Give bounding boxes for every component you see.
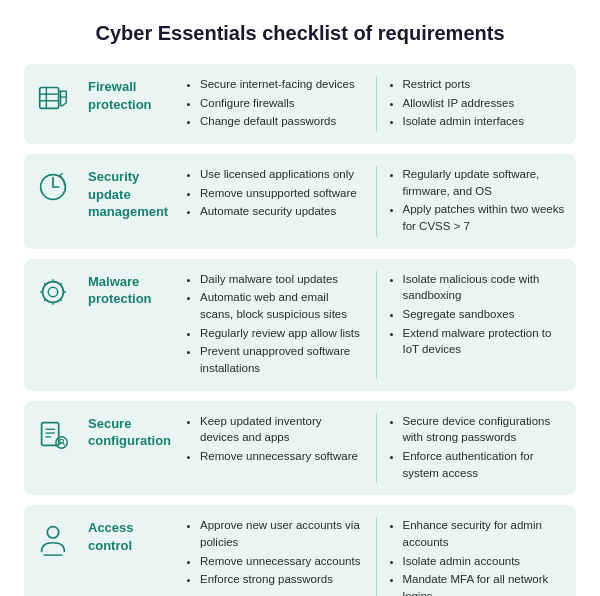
- row-secure-config: Secure configurationKeep updated invento…: [24, 401, 576, 496]
- security-update-icon: [34, 166, 80, 237]
- bullet-item: Automate security updates: [200, 203, 364, 220]
- bullet-item: Isolate admin accounts: [403, 553, 567, 570]
- row-firewall: Firewall protectionSecure internet-facin…: [24, 64, 576, 144]
- bullet-item: Daily malware tool updates: [200, 271, 364, 288]
- access-control-label: Access control: [88, 517, 178, 596]
- firewall-left-bullets: Secure internet-facing devicesConfigure …: [186, 76, 364, 132]
- malware-left-bullets: Daily malware tool updatesAutomatic web …: [186, 271, 364, 379]
- column-divider: [376, 271, 377, 379]
- firewall-right-bullets: Restrict portsAllowlist IP addressesIsol…: [389, 76, 567, 132]
- bullet-item: Enforce strong passwords: [200, 571, 364, 588]
- row-access-control: Access controlApprove new user accounts …: [24, 505, 576, 596]
- column-divider: [376, 413, 377, 484]
- secure-config-left-bullets: Keep updated inventory devices and appsR…: [186, 413, 364, 484]
- bullet-item: Secure device configurations with strong…: [403, 413, 567, 446]
- access-control-icon: [34, 517, 80, 596]
- bullet-item: Use licensed applications only: [200, 166, 364, 183]
- bullet-item: Secure internet-facing devices: [200, 76, 364, 93]
- bullet-item: Remove unnecessary accounts: [200, 553, 364, 570]
- bullet-item: Remove unnecessary software: [200, 448, 364, 465]
- bullet-item: Regularly review app allow lists: [200, 325, 364, 342]
- column-divider: [376, 166, 377, 237]
- security-update-right-bullets: Regularly update software, firmware, and…: [389, 166, 567, 237]
- security-update-label: Security update management: [88, 166, 178, 237]
- bullet-item: Enforce authentication for system access: [403, 448, 567, 481]
- security-update-left-bullets: Use licensed applications onlyRemove uns…: [186, 166, 364, 237]
- bullet-item: Remove unsupported software: [200, 185, 364, 202]
- bullet-item: Regularly update software, firmware, and…: [403, 166, 567, 199]
- row-malware: Malware protectionDaily malware tool upd…: [24, 259, 576, 391]
- secure-config-label: Secure configuration: [88, 413, 178, 484]
- page-title: Cyber Essentials checklist of requiremen…: [24, 20, 576, 46]
- secure-config-right-bullets: Secure device configurations with strong…: [389, 413, 567, 484]
- bullet-item: Keep updated inventory devices and apps: [200, 413, 364, 446]
- bullet-item: Enhance security for admin accounts: [403, 517, 567, 550]
- access-control-left-bullets: Approve new user accounts via policiesRe…: [186, 517, 364, 596]
- svg-rect-0: [40, 88, 59, 109]
- bullet-item: Apply patches within two weeks for CVSS …: [403, 201, 567, 234]
- firewall-label: Firewall protection: [88, 76, 178, 132]
- row-security-update: Security update managementUse licensed a…: [24, 154, 576, 249]
- bullet-item: Automatic web and email scans, block sus…: [200, 289, 364, 322]
- secure-config-icon: [34, 413, 80, 484]
- bullet-item: Restrict ports: [403, 76, 567, 93]
- malware-icon: [34, 271, 80, 379]
- svg-point-7: [48, 287, 58, 297]
- bullet-item: Approve new user accounts via policies: [200, 517, 364, 550]
- svg-point-22: [47, 527, 58, 538]
- bullet-item: Change default passwords: [200, 113, 364, 130]
- firewall-icon: [34, 76, 80, 132]
- bullet-item: Segregate sandboxes: [403, 306, 567, 323]
- bullet-item: Extend malware protection to IoT devices: [403, 325, 567, 358]
- bullet-item: Isolate malicious code with sandboxing: [403, 271, 567, 304]
- column-divider: [376, 517, 377, 596]
- bullet-item: Isolate admin interfaces: [403, 113, 567, 130]
- svg-point-21: [60, 439, 64, 443]
- malware-label: Malware protection: [88, 271, 178, 379]
- column-divider: [376, 76, 377, 132]
- malware-right-bullets: Isolate malicious code with sandboxingSe…: [389, 271, 567, 379]
- access-control-right-bullets: Enhance security for admin accountsIsola…: [389, 517, 567, 596]
- bullet-item: Allowlist IP addresses: [403, 95, 567, 112]
- bullet-item: Configure firewalls: [200, 95, 364, 112]
- bullet-item: Prevent unapproved software installation…: [200, 343, 364, 376]
- bullet-item: Mandate MFA for all network logins: [403, 571, 567, 596]
